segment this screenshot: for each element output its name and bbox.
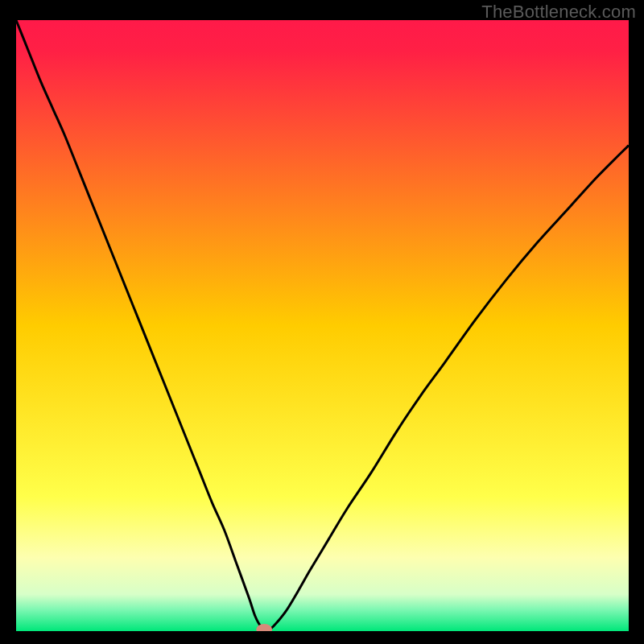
plot-area xyxy=(16,20,629,631)
gradient-background xyxy=(16,20,629,631)
chart-frame: TheBottleneck.com xyxy=(0,0,644,644)
watermark-text: TheBottleneck.com xyxy=(481,2,636,23)
bottleneck-chart xyxy=(16,20,629,631)
